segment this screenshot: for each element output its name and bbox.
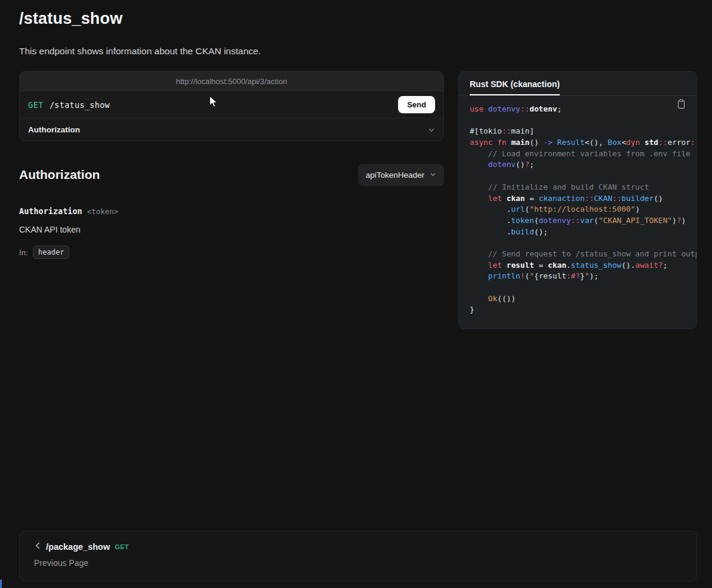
page: /status_show This endpoint shows informa… [0,0,712,588]
chevron-down-icon [428,126,435,134]
auth-param-name: Authorization<token> [19,206,118,216]
code-line [470,237,696,249]
request-auth-toggle[interactable]: Authorization [20,119,443,141]
code-line: // Initialize and build CKAN struct [470,182,696,193]
request-base-url: http://localhost:5000/api/3/action [176,77,287,86]
auth-scheme-select[interactable]: apiTokenHeader [358,164,444,186]
request-method-row: GET /status_show Send [20,91,443,119]
previous-page-card[interactable]: /package_show GET Previous Page [19,531,697,581]
auth-scheme-value: apiTokenHeader [366,171,424,180]
code-sample-panel: Rust SDK (ckanaction) use dotenvy::doten… [458,71,697,329]
auth-param-description: CKAN API token [19,225,81,234]
corner-accent-bar [0,580,2,588]
auth-param-in: In: header [19,246,69,259]
code-line [470,282,696,293]
authorization-heading: Authorization [19,168,100,182]
copy-code-button[interactable] [676,98,687,112]
previous-page-label: Previous Page [34,558,682,568]
code-line: println!("{result:#?}"); [470,271,696,282]
auth-in-value-badge: header [33,246,69,259]
code-line: let result = ckan.status_show().await?; [470,260,696,271]
code-line: Ok(()) [470,293,696,305]
auth-in-label: In: [19,248,28,257]
code-line [470,171,696,182]
request-base-url-bar[interactable]: http://localhost:5000/api/3/action [20,72,443,91]
chevron-left-icon [34,541,41,552]
request-path: /status_show [50,100,110,110]
code-tab-rust-sdk[interactable]: Rust SDK (ckanaction) [470,79,560,95]
previous-page-line: /package_show GET [34,541,682,552]
previous-endpoint-label: /package_show [46,542,110,552]
send-button[interactable]: Send [398,96,435,113]
page-title: /status_show [19,10,122,28]
page-description: This endpoint shows information about th… [19,46,261,57]
request-card: http://localhost:5000/api/3/action GET /… [19,71,444,141]
code-line: .build(); [470,227,696,238]
code-line: } [470,304,696,315]
method-badge: GET [28,100,44,110]
code-line: dotenv()?; [470,159,696,171]
code-block[interactable]: use dotenvy::dotenv; #[tokio::main]async… [459,96,696,315]
auth-param-name-text: Authorization [19,206,82,216]
code-line: .url("http://localhost:5000") [470,204,696,215]
code-line: // Send request to /status_show and prin… [470,249,696,260]
code-line [470,115,696,126]
auth-param-type: <token> [87,207,119,216]
code-panel-header: Rust SDK (ckanaction) [459,72,696,96]
code-line: #[tokio::main] [470,126,696,137]
previous-endpoint-method: GET [115,543,129,550]
request-auth-label: Authorization [28,125,80,134]
code-line: let ckan = ckanaction::CKAN::builder() [470,193,696,205]
code-line: // Load environment variables from .env … [470,148,696,160]
chevron-down-icon [430,171,436,180]
code-line: .token(dotenvy::var("CKAN_API_TOKEN")?) [470,215,696,227]
code-line: async fn main() -> Result<(), Box<dyn st… [470,137,696,148]
clipboard-icon [677,102,686,111]
code-line: use dotenvy::dotenv; [470,104,696,115]
mouse-cursor-icon [209,95,218,111]
